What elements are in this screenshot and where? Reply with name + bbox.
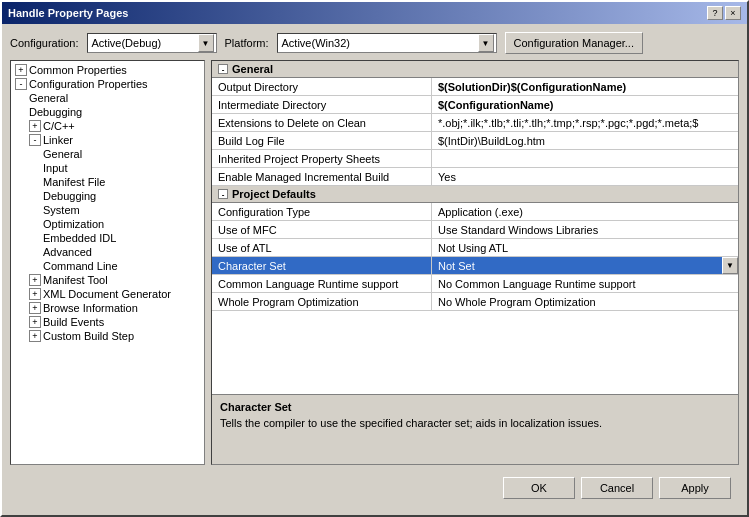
tree-item-general[interactable]: General: [11, 91, 204, 105]
prop-row-use-atl: Use of ATL Not Using ATL: [212, 239, 738, 257]
cancel-button[interactable]: Cancel: [581, 477, 653, 499]
tree-item-linker-system[interactable]: System: [11, 203, 204, 217]
platform-combo-arrow[interactable]: ▼: [478, 34, 494, 52]
tree-item-linker-optimization[interactable]: Optimization: [11, 217, 204, 231]
prop-row-config-type: Configuration Type Application (.exe): [212, 203, 738, 221]
tree-item-custom-build[interactable]: + Custom Build Step: [11, 329, 204, 343]
tree-item-manifest-tool[interactable]: + Manifest Tool: [11, 273, 204, 287]
tree-label-linker-debugging: Debugging: [43, 190, 96, 202]
section-expand-general[interactable]: -: [218, 64, 228, 74]
section-header-general: - General: [212, 61, 738, 78]
tree-label-custom-build: Custom Build Step: [43, 330, 134, 342]
tree-item-configuration-properties[interactable]: - Configuration Properties: [11, 77, 204, 91]
tree-label-linker-system: System: [43, 204, 80, 216]
prop-value-use-atl[interactable]: Not Using ATL: [432, 239, 738, 256]
tree-label-linker-manifest: Manifest File: [43, 176, 105, 188]
prop-value-clr[interactable]: No Common Language Runtime support: [432, 275, 738, 292]
tree-label-linker-command-line: Command Line: [43, 260, 118, 272]
prop-name-inherited-sheets: Inherited Project Property Sheets: [212, 150, 432, 167]
tree-item-cpp[interactable]: + C/C++: [11, 119, 204, 133]
prop-value-config-type[interactable]: Application (.exe): [432, 203, 738, 220]
charset-dropdown-arrow[interactable]: ▼: [722, 257, 738, 274]
help-button[interactable]: ?: [707, 6, 723, 20]
prop-value-charset: Not Set: [432, 258, 722, 274]
prop-row-intermediate-dir: Intermediate Directory $(ConfigurationNa…: [212, 96, 738, 114]
content-area: Configuration: Active(Debug) ▼ Platform:…: [2, 24, 747, 515]
tree-item-linker-debugging[interactable]: Debugging: [11, 189, 204, 203]
tree-item-linker-embedded-idl[interactable]: Embedded IDL: [11, 231, 204, 245]
expand-icon-cpp[interactable]: +: [29, 120, 41, 132]
config-combo-arrow[interactable]: ▼: [198, 34, 214, 52]
tree-item-linker-advanced[interactable]: Advanced: [11, 245, 204, 259]
config-value: Active(Debug): [90, 37, 198, 49]
properties-grid: - General Output Directory $(SolutionDir…: [212, 61, 738, 394]
config-combo[interactable]: Active(Debug) ▼: [87, 33, 217, 53]
tree-label-browse-info: Browse Information: [43, 302, 138, 314]
toolbar-row: Configuration: Active(Debug) ▼ Platform:…: [10, 32, 739, 54]
prop-value-output-dir[interactable]: $(SolutionDir)$(ConfigurationName): [432, 78, 738, 95]
prop-row-inherited-sheets: Inherited Project Property Sheets: [212, 150, 738, 168]
desc-title: Character Set: [220, 401, 730, 413]
prop-name-whole-program: Whole Program Optimization: [212, 293, 432, 310]
prop-value-extensions[interactable]: *.obj;*.ilk;*.tlb;*.tli;*.tlh;*.tmp;*.rs…: [432, 114, 738, 131]
tree-item-linker-general[interactable]: General: [11, 147, 204, 161]
tree-label-general: General: [29, 92, 68, 104]
prop-name-intermediate-dir: Intermediate Directory: [212, 96, 432, 113]
section-expand-project-defaults[interactable]: -: [218, 189, 228, 199]
tree-item-xml-doc[interactable]: + XML Document Generator: [11, 287, 204, 301]
tree-label-manifest-tool: Manifest Tool: [43, 274, 108, 286]
expand-icon-config[interactable]: -: [15, 78, 27, 90]
section-header-project-defaults: - Project Defaults: [212, 186, 738, 203]
prop-row-use-mfc: Use of MFC Use Standard Windows Librarie…: [212, 221, 738, 239]
tree-item-linker-command-line[interactable]: Command Line: [11, 259, 204, 273]
platform-combo[interactable]: Active(Win32) ▼: [277, 33, 497, 53]
expand-icon-xml-doc[interactable]: +: [29, 288, 41, 300]
desc-text: Tells the compiler to use the specified …: [220, 417, 730, 429]
ok-button[interactable]: OK: [503, 477, 575, 499]
expand-icon-linker[interactable]: -: [29, 134, 41, 146]
expand-icon-custom-build[interactable]: +: [29, 330, 41, 342]
tree-label-configuration-properties: Configuration Properties: [29, 78, 148, 90]
apply-button[interactable]: Apply: [659, 477, 731, 499]
expand-icon-manifest[interactable]: +: [29, 274, 41, 286]
expand-icon-common[interactable]: +: [15, 64, 27, 76]
main-panel: + Common Properties - Configuration Prop…: [10, 60, 739, 465]
tree-item-linker-input[interactable]: Input: [11, 161, 204, 175]
prop-value-build-log[interactable]: $(IntDir)\BuildLog.htm: [432, 132, 738, 149]
close-button[interactable]: ×: [725, 6, 741, 20]
prop-name-build-log: Build Log File: [212, 132, 432, 149]
expand-icon-browse[interactable]: +: [29, 302, 41, 314]
tree-panel: + Common Properties - Configuration Prop…: [10, 60, 205, 465]
tree-label-build-events: Build Events: [43, 316, 104, 328]
tree-item-linker[interactable]: - Linker: [11, 133, 204, 147]
title-bar-buttons: ? ×: [707, 6, 741, 20]
prop-value-charset-container: Not Set ▼: [432, 257, 738, 274]
section-label-general: General: [232, 63, 273, 75]
tree-item-build-events[interactable]: + Build Events: [11, 315, 204, 329]
prop-row-charset[interactable]: Character Set Not Set ▼: [212, 257, 738, 275]
prop-name-use-atl: Use of ATL: [212, 239, 432, 256]
prop-value-use-mfc[interactable]: Use Standard Windows Libraries: [432, 221, 738, 238]
tree-label-linker-general: General: [43, 148, 82, 160]
bottom-buttons: OK Cancel Apply: [10, 471, 739, 507]
platform-value: Active(Win32): [280, 37, 478, 49]
tree-label-linker: Linker: [43, 134, 73, 146]
prop-name-charset: Character Set: [212, 257, 432, 274]
prop-row-build-log: Build Log File $(IntDir)\BuildLog.htm: [212, 132, 738, 150]
tree-label-cpp: C/C++: [43, 120, 75, 132]
expand-icon-build-events[interactable]: +: [29, 316, 41, 328]
prop-row-clr: Common Language Runtime support No Commo…: [212, 275, 738, 293]
tree-item-common-properties[interactable]: + Common Properties: [11, 63, 204, 77]
prop-value-whole-program[interactable]: No Whole Program Optimization: [432, 293, 738, 310]
tree-item-linker-manifest[interactable]: Manifest File: [11, 175, 204, 189]
tree-label-linker-advanced: Advanced: [43, 246, 92, 258]
tree-item-debugging[interactable]: Debugging: [11, 105, 204, 119]
tree-item-browse-info[interactable]: + Browse Information: [11, 301, 204, 315]
tree-label-debugging: Debugging: [29, 106, 82, 118]
config-manager-button[interactable]: Configuration Manager...: [505, 32, 643, 54]
prop-value-managed-build[interactable]: Yes: [432, 168, 738, 185]
prop-value-intermediate-dir[interactable]: $(ConfigurationName): [432, 96, 738, 113]
prop-value-inherited-sheets[interactable]: [432, 150, 738, 167]
section-label-project-defaults: Project Defaults: [232, 188, 316, 200]
prop-name-use-mfc: Use of MFC: [212, 221, 432, 238]
